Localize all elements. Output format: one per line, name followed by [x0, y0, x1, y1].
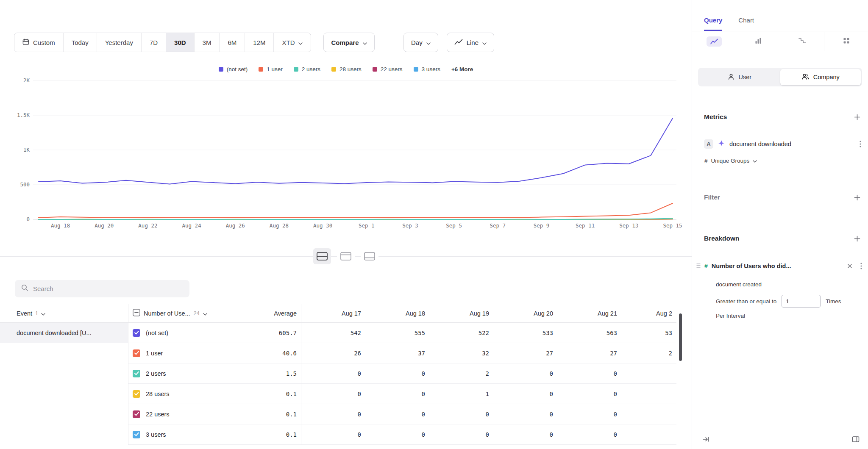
date-range-yesterday[interactable]: Yesterday: [97, 33, 141, 52]
cell-value: 0: [301, 424, 365, 445]
add-breakdown-button[interactable]: [854, 236, 860, 242]
cell-value: 0: [365, 424, 429, 445]
tab-chart[interactable]: Chart: [738, 17, 754, 31]
search-input[interactable]: [33, 285, 183, 292]
scope-user[interactable]: User: [699, 69, 780, 85]
date-range-12m[interactable]: 12M: [245, 33, 273, 52]
column-header-average[interactable]: Average: [236, 304, 301, 323]
metric-item[interactable]: A document downloaded: [704, 136, 861, 152]
cell-value: 533: [493, 323, 557, 343]
line-chart: 05001K1.5K2KAug 18Aug 20Aug 22Aug 24Aug …: [0, 76, 692, 232]
panel-layout-icon[interactable]: [852, 436, 860, 443]
date-range-30d[interactable]: 30D: [166, 33, 194, 52]
compare-button[interactable]: Compare: [323, 33, 374, 52]
column-header-date[interactable]: Aug 18: [365, 304, 429, 323]
svg-text:Aug 18: Aug 18: [51, 222, 70, 229]
close-icon[interactable]: [846, 263, 853, 269]
legend-item[interactable]: 1 user: [259, 66, 283, 72]
column-header-date[interactable]: Aug 2: [621, 304, 676, 323]
collapse-all-button[interactable]: [133, 309, 140, 318]
chart-type-flow-tab[interactable]: [780, 32, 824, 51]
date-range-today[interactable]: Today: [63, 33, 97, 52]
table-row: 28 users 0.1 0 0 1 0 0: [0, 384, 692, 404]
legend-item[interactable]: 28 users: [331, 66, 362, 72]
panel-tabs: Query Chart: [692, 0, 868, 31]
metrics-title: Metrics: [704, 113, 727, 121]
row-checkbox[interactable]: [133, 370, 140, 377]
date-range-7d[interactable]: 7D: [141, 33, 166, 52]
vertical-scrollbar[interactable]: [679, 313, 682, 361]
interval-select[interactable]: Day: [403, 33, 438, 52]
kebab-menu-icon[interactable]: [860, 263, 862, 269]
add-metric-button[interactable]: [854, 114, 860, 120]
date-range-6m[interactable]: 6M: [219, 33, 245, 52]
column-header-date[interactable]: Aug 21: [557, 304, 621, 323]
date-range-xtd[interactable]: XTD: [273, 33, 311, 52]
svg-text:0: 0: [26, 216, 30, 222]
cell-value: 0: [557, 424, 621, 445]
group-header-label: Number of Use...: [144, 310, 190, 317]
legend-swatch: [219, 67, 223, 72]
legend-item[interactable]: 22 users: [373, 66, 403, 72]
group-column-header[interactable]: Number of Use... 24: [128, 304, 236, 323]
event-header-label: Event: [17, 310, 32, 317]
svg-text:Aug 24: Aug 24: [182, 222, 201, 229]
chart-type-more-tab[interactable]: [824, 32, 868, 51]
condition-value-input[interactable]: [782, 295, 821, 308]
cell-value: 32: [429, 343, 493, 363]
date-range-3m[interactable]: 3M: [194, 33, 220, 52]
event-column-cell: [0, 384, 128, 404]
metric-measure-select[interactable]: # Unique Groups: [704, 154, 861, 167]
cell-value: [621, 384, 676, 404]
svg-text:500: 500: [20, 181, 30, 188]
chevron-down-icon: [482, 39, 487, 46]
cell-average: 0.1: [236, 404, 301, 424]
cell-value: 0: [493, 404, 557, 424]
column-header-date[interactable]: Aug 20: [493, 304, 557, 323]
tab-query[interactable]: Query: [704, 17, 722, 31]
legend-more[interactable]: +6 More: [451, 66, 473, 72]
split-view-toggle[interactable]: [313, 248, 331, 264]
add-filter-button[interactable]: [854, 194, 860, 201]
svg-text:Sep 13: Sep 13: [619, 222, 638, 229]
grid-dots-icon: [843, 38, 849, 45]
chart-only-toggle[interactable]: [337, 248, 355, 264]
legend-item[interactable]: (not set): [219, 66, 248, 72]
column-header-date[interactable]: Aug 19: [429, 304, 493, 323]
legend-item[interactable]: 3 users: [414, 66, 440, 72]
date-range-custom[interactable]: Custom: [14, 33, 63, 52]
scope-company[interactable]: Company: [780, 69, 861, 85]
event-list-item[interactable]: document downloaded [U...: [0, 323, 128, 343]
row-label: 28 users: [146, 391, 170, 397]
svg-text:Aug 20: Aug 20: [95, 222, 114, 229]
chart-type-select[interactable]: Line: [447, 33, 494, 52]
drag-handle-icon[interactable]: [696, 262, 701, 270]
svg-text:Sep 11: Sep 11: [576, 222, 595, 229]
event-column-header[interactable]: Event 1: [0, 304, 128, 323]
users-icon: [801, 73, 810, 81]
row-checkbox[interactable]: [133, 349, 140, 357]
panel-footer: [692, 430, 868, 449]
legend-swatch: [373, 67, 377, 72]
collapse-panel-icon[interactable]: [702, 436, 710, 443]
row-checkbox[interactable]: [133, 431, 140, 438]
row-checkbox[interactable]: [133, 410, 140, 418]
svg-text:Sep 5: Sep 5: [446, 222, 462, 229]
flow-chart-icon: [798, 38, 806, 45]
chart-legend: (not set) 1 user 2 users 28 users 22 use…: [0, 66, 692, 72]
chart-type-bar-tab[interactable]: [736, 32, 780, 51]
breakdown-item[interactable]: # Number of Users who did...: [696, 258, 862, 274]
breakdown-section-header: Breakdown: [692, 231, 868, 246]
table-only-toggle[interactable]: [361, 248, 378, 264]
chart-type-line-tab[interactable]: [692, 32, 736, 51]
cell-value: [621, 363, 676, 384]
row-checkbox[interactable]: [133, 390, 140, 398]
kebab-menu-icon[interactable]: [860, 141, 861, 147]
column-header-date[interactable]: Aug 17: [301, 304, 365, 323]
breakdown-title: Breakdown: [704, 235, 740, 242]
chevron-down-icon: [203, 310, 207, 317]
toolbar: Custom Today Yesterday 7D 30D 3M 6M 12M …: [14, 33, 494, 52]
legend-item[interactable]: 2 users: [294, 66, 320, 72]
row-checkbox[interactable]: [133, 329, 140, 337]
main-content: Custom Today Yesterday 7D 30D 3M 6M 12M …: [0, 0, 692, 449]
